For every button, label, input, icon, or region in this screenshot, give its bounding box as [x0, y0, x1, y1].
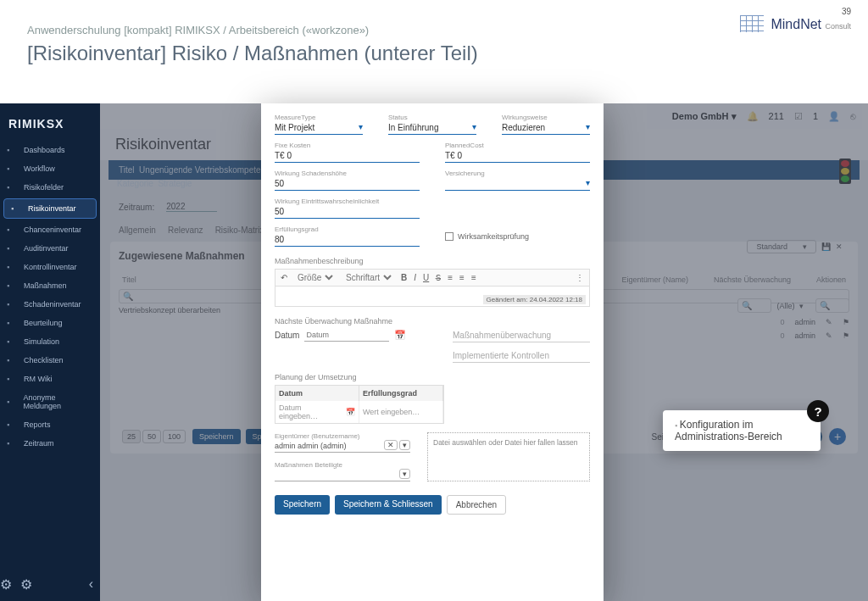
sidebar-item-risikofelder[interactable]: ▪Risikofelder	[0, 178, 100, 197]
underline-icon[interactable]: U	[423, 273, 429, 282]
strike-icon[interactable]: S̶	[436, 273, 441, 282]
chevron-down-icon: ▾	[586, 122, 590, 131]
nav-icon: ▪	[7, 164, 19, 173]
slide-header: 39 MindNet Consult Anwenderschulung [kom…	[0, 0, 868, 74]
participants-select[interactable]: ▾	[275, 469, 410, 481]
italic-icon[interactable]: I	[414, 273, 416, 282]
nav-icon: ▪	[7, 439, 19, 448]
sidebar-item-beurteilung[interactable]: ▪Beurteilung	[0, 314, 100, 332]
sidebar-item-checklisten[interactable]: ▪Checklisten	[0, 351, 100, 370]
gear-icon[interactable]: ⚙	[0, 576, 12, 593]
calendar-icon[interactable]: 📅	[346, 408, 355, 416]
nav-icon: ▪	[7, 420, 19, 429]
chevron-down-icon: ▾	[586, 178, 590, 187]
nav-icon: ▪	[7, 356, 19, 364]
undo-icon[interactable]: ↶	[281, 273, 287, 282]
bold-icon[interactable]: B	[401, 273, 407, 282]
sidebar-item-workflow[interactable]: ▪Workflow	[0, 159, 100, 178]
fix-cost-input[interactable]: T€ 0	[275, 149, 420, 163]
sidebar-brand: RIMIKSX	[0, 112, 100, 141]
sidebar-item-dashboards[interactable]: ▪Dashboards	[0, 141, 100, 159]
sidebar-item-auditinventar[interactable]: ▪Auditinventar	[0, 239, 100, 258]
insurance-select[interactable]	[445, 177, 590, 191]
nav-icon: ▪	[7, 225, 19, 234]
sidebar-item-risikoinventar[interactable]: ▪Risikoinventar	[3, 198, 97, 219]
sidebar-item-kontrollinventar[interactable]: ▪Kontrollinventar	[0, 258, 100, 276]
sidebar-item-maßnahmen[interactable]: ▪Maßnahmen	[0, 276, 100, 295]
slide-title: [Risikoinventar] Risiko / Maßnahmen (unt…	[27, 42, 841, 65]
sidebar-item-simulation[interactable]: ▪Simulation	[0, 332, 100, 351]
align-left-icon[interactable]: ≡	[448, 273, 453, 282]
monitor-date-input[interactable]	[304, 329, 389, 342]
collapse-icon[interactable]: ‹	[89, 576, 93, 593]
nav-icon: ▪	[7, 337, 19, 346]
help-icon[interactable]: ?	[807, 400, 829, 422]
chevron-down-icon[interactable]: ▾	[399, 469, 410, 479]
chevron-down-icon: ▾	[472, 122, 476, 131]
save-button[interactable]: Speichern & Schliessen	[335, 495, 442, 515]
nav-icon: ▪	[7, 244, 19, 253]
damage-impact-input[interactable]: 50	[275, 177, 420, 191]
plan-value-input[interactable]: Wert eingeben…	[359, 401, 443, 423]
sidebar-item-zeitraum[interactable]: ▪Zeitraum	[0, 434, 100, 453]
planned-cost-input[interactable]: T€ 0	[445, 149, 590, 163]
sidebar-item-rm-wiki[interactable]: ▪RM Wiki	[0, 370, 100, 388]
rte-toolbar[interactable]: ↶ Größe Schriftart B I U S̶ ≡ ≡ ≡ ⋮	[275, 269, 590, 287]
breadcrumb: Anwenderschulung [kompakt] RIMIKSX / Arb…	[27, 24, 841, 36]
nav-icon: ▪	[7, 398, 19, 406]
chevron-down-icon[interactable]: ▾	[399, 440, 410, 450]
measure-type-select[interactable]: Mit Projekt	[275, 121, 363, 135]
owner-select[interactable]: admin admin (admin) ✕▾	[275, 440, 410, 453]
status-select[interactable]: In Einführung	[388, 121, 476, 135]
cancel-button[interactable]: Abbrechen	[447, 495, 506, 515]
sidebar-item-anonyme-meldungen[interactable]: ▪Anonyme Meldungen	[0, 388, 100, 415]
measure-modal: MeasureTypeMit Projekt▾ StatusIn Einführ…	[261, 103, 604, 601]
chevron-down-icon: ▾	[359, 122, 363, 131]
nav-icon: ▪	[7, 263, 19, 271]
app-zone: RIMIKSX ▪Dashboards▪Workflow▪Risikofelde…	[0, 103, 868, 601]
probability-impact-input[interactable]: 50	[275, 205, 420, 219]
more-icon[interactable]: ⋮	[576, 273, 584, 282]
clear-icon[interactable]: ✕	[384, 440, 398, 450]
nav-icon: ▪	[7, 183, 19, 192]
effectiveness-check[interactable]: Wirksamkeitsprüfung	[445, 232, 590, 241]
sidebar-item-chanceninventar[interactable]: ▪Chanceninventar	[0, 220, 100, 239]
brand-logo: MindNet Consult	[740, 15, 851, 32]
font-size-select[interactable]: Größe	[294, 272, 336, 283]
nav-icon: ▪	[7, 281, 19, 290]
grid-icon	[740, 15, 764, 32]
controls-input[interactable]: Implementierte Kontrollen	[453, 349, 590, 363]
plan-date-input[interactable]: Datum eingeben…📅	[275, 401, 359, 423]
save-button[interactable]: Speichern	[275, 495, 330, 515]
nav-icon: ▪	[7, 300, 19, 309]
sidebar-item-reports[interactable]: ▪Reports	[0, 415, 100, 434]
nav-icon: ▪	[7, 319, 19, 327]
sidebar: RIMIKSX ▪Dashboards▪Workflow▪Risikofelde…	[0, 103, 100, 601]
tooltip-callout: ? Konfiguration im Administrations-Berei…	[663, 410, 821, 451]
effect-select[interactable]: Reduzieren	[502, 121, 590, 135]
planning-table: DatumErfüllungsgrad Datum eingeben…📅 Wer…	[275, 385, 444, 424]
fulfilment-input[interactable]: 80	[275, 233, 420, 247]
align-right-icon[interactable]: ≡	[471, 273, 476, 282]
monitoring-input[interactable]: Maßnahmenüberwachung	[453, 329, 590, 342]
nav-icon: ▪	[7, 375, 19, 383]
sidebar-item-schadeninventar[interactable]: ▪Schadeninventar	[0, 295, 100, 314]
file-dropzone[interactable]: Datei auswählen oder Datei hier fallen l…	[427, 432, 590, 481]
calendar-icon[interactable]: 📅	[394, 330, 406, 341]
font-family-select[interactable]: Schriftart	[342, 272, 394, 283]
nav-icon: ▪	[7, 146, 19, 154]
rte-editor[interactable]: Geändert am: 24.04.2022 12:18	[275, 287, 590, 307]
nav-icon: ▪	[11, 204, 23, 213]
align-center-icon[interactable]: ≡	[459, 273, 465, 282]
settings-icon[interactable]: ⚙	[20, 576, 32, 593]
